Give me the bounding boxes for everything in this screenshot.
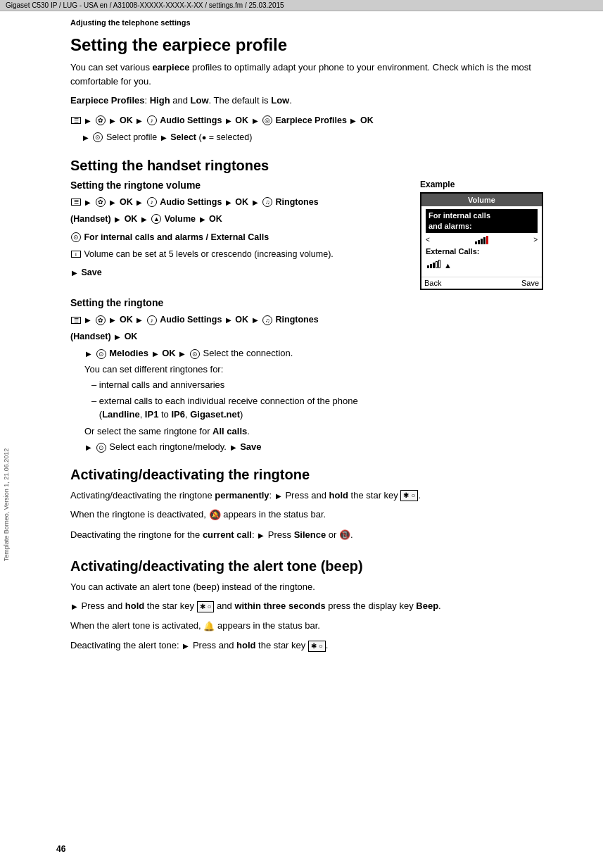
activating-beep-deactivating: Deactivating the alert tone: ▶ Press and… [70,639,547,653]
nav-icon-2: ⊙ [71,232,81,242]
example-label: Example [420,180,547,189]
ringtone-setting-heading: Setting the ringtone [70,297,547,308]
nav-icon: ⊙ [93,132,103,142]
top-bar-text: Gigaset C530 IP / LUG - USA en / A31008-… [6,1,284,9]
nav-icon-3: ⊙ [96,349,106,359]
earpiece-intro: You can set various earpiece profiles to… [70,61,547,88]
activating-beep-when-activated: When the alert tone is activated, 🔔 appe… [70,619,547,633]
star-key-2: ✱ ○ [197,601,215,612]
star-key-1: ✱ ○ [400,490,418,501]
activating-beep-intro: You can activate an alert tone (beep) in… [70,580,547,594]
nav-icon-5: ⊙ [96,443,106,453]
volume-icon: ▲ [151,214,161,224]
volume-instruction-1: ☰ ▶ ✿ ▶ OK ▶ ♪ Audio Settings ▶ OK ▶ ♫ R… [70,195,406,209]
ringtone-can-set: You can set different ringtones for: [84,363,547,377]
activating-ringtone-heading: Activating/deactivating the ringtone [70,467,547,483]
ringtone-icon: ♫ [262,197,272,207]
menu-icon: ☰ [71,117,81,124]
audio-icon: ♪ [147,115,157,125]
audio-icon-2: ♪ [147,197,157,207]
top-bar: Gigaset C530 IP / LUG - USA en / A31008-… [0,0,603,11]
screen-external-signal: ▲ [426,256,538,272]
triangle-icon: ▲ [444,261,452,270]
screen-title: Volume [421,194,542,206]
activating-ringtone-current: Deactivating the ringtone for the curren… [70,528,547,542]
example-col: Example Volume For internal calls and al… [420,180,547,291]
bell-crossed-icon: 🔕 [209,509,221,520]
earpiece-instruction-1: ☰ ▶ ✿ ▶ OK ▶ ♪ Audio Settings ▶ OK ▶ ◎ E… [70,113,547,127]
ringtone-icon-2: ♫ [262,315,272,325]
handset-heading: Setting the handset ringtones [70,158,547,174]
menu-icon-3: ☰ [71,317,81,324]
settings-icon-3: ✿ [96,315,106,325]
activating-beep-heading: Activating/deactivating the alert tone (… [70,558,547,574]
phone-screen: Volume For internal calls and alarms: < [420,192,543,291]
earpiece-profiles-info: Earpiece Profiles: High and Low. The def… [70,94,547,108]
page-number: 46 [56,844,65,854]
earpiece-icon: ◎ [262,115,272,125]
ringtone-item-1: – internal calls and anniversaries [91,378,547,392]
breadcrumb: Adjusting the telephone settings [70,18,547,27]
screen-save: Save [521,279,539,287]
alert-icon: 🔔 [203,621,215,631]
ringtone-all-calls: Or select the same ringtone for All call… [84,424,547,439]
star-key-3: ✱ ○ [308,641,326,652]
phone-icon: 📵 [339,529,350,540]
info-icon: i [71,251,81,258]
left-label: Template Borneo, Version 1, 21.06.2012 [0,141,13,868]
activating-beep-instruction-1: ▶ Press and hold the star key ✱ ○ and wi… [70,599,547,613]
ringtone-instruction-2: ▶ ⊙ Melodies ▶ OK ▶ ⊙ Select the connect… [84,346,547,360]
ringtone-item-2: – external calls to each individual rece… [91,394,547,422]
vol-right-arrow: > [533,236,538,244]
activating-ringtone-when-deactivated: When the ringtone is deactivated, 🔕 appe… [70,508,547,522]
screen-external-calls: External Calls: [426,247,538,256]
activating-ringtone-permanently: Activating/deactivating the ringtone per… [70,489,547,503]
ringtone-volume-heading: Setting the ringtone volume [70,180,406,191]
screen-nav: Back Save [421,277,542,289]
vol-left-arrow: < [426,236,430,244]
audio-icon-3: ♪ [147,315,157,325]
volume-save: ▶ Save [70,265,406,279]
ringtone-instruction-1b: (Handset) ▶ OK [70,329,547,344]
ringtone-volume-col: Setting the ringtone volume ☰ ▶ ✿ ▶ OK ▶… [70,180,406,291]
volume-sub-note: ⊙ For internal calls and alarms / Extern… [70,230,406,244]
earpiece-instruction-2: ▶ ⊙ Select profile ▶ Select (● = selecte… [82,130,547,144]
ringtone-instruction-3: ▶ ⊙ Select each ringtone/melody. ▶ Save [84,440,547,454]
nav-icon-4: ⊙ [190,349,200,359]
screen-volume-indicator: < > [426,233,538,246]
ringtone-instruction-1: ☰ ▶ ✿ ▶ OK ▶ ♪ Audio Settings ▶ OK ▶ ♫ R… [70,313,547,327]
volume-sub-desc: i Volume can be set at 5 levels or cresc… [70,247,406,261]
screen-back: Back [424,279,441,287]
screen-for-internal: For internal calls and alarms: [426,209,538,234]
volume-instruction-1b: (Handset) ▶ OK ▶ ▲ Volume ▶ OK [70,212,406,226]
settings-icon-2: ✿ [96,197,106,207]
settings-icon: ✿ [96,115,106,125]
earpiece-heading: Setting the earpiece profile [70,35,547,55]
signal-full [475,234,488,244]
menu-icon-2: ☰ [71,199,81,206]
